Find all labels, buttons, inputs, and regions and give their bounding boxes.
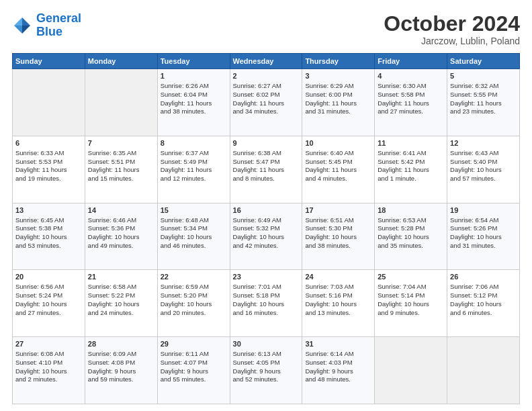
day-info: Sunrise: 6:46 AM <box>88 216 154 225</box>
day-info: Sunrise: 6:14 AM <box>305 350 371 359</box>
day-info: and 16 minutes. <box>233 309 300 318</box>
day-info: and 15 minutes. <box>88 175 154 183</box>
day-info: Sunset: 5:18 PM <box>233 291 300 300</box>
cell-week1-day2: 1Sunrise: 6:26 AMSunset: 6:04 PMDaylight… <box>157 69 230 136</box>
col-header-tuesday: Tuesday <box>157 54 230 69</box>
day-info: Sunset: 5:47 PM <box>233 158 300 167</box>
day-info: Sunrise: 6:32 AM <box>450 82 517 91</box>
day-info: and 20 minutes. <box>161 309 227 318</box>
day-number: 16 <box>233 205 300 216</box>
day-info: Sunset: 6:02 PM <box>233 91 300 99</box>
day-info: and 48 minutes. <box>305 375 371 384</box>
day-info: Sunset: 5:16 PM <box>305 291 371 300</box>
day-info: and 59 minutes. <box>88 375 154 384</box>
day-info: and 49 minutes. <box>88 242 154 250</box>
day-info: Sunrise: 6:53 AM <box>378 216 444 225</box>
day-info: Sunrise: 6:08 AM <box>15 350 82 359</box>
day-number: 12 <box>450 138 517 148</box>
logo-text: General Blue <box>36 12 81 39</box>
day-info: Sunrise: 6:43 AM <box>450 149 517 158</box>
day-info: Sunrise: 7:03 AM <box>305 283 371 291</box>
day-info: Daylight: 11 hours <box>305 99 371 108</box>
day-info: Daylight: 9 hours <box>233 367 300 376</box>
day-info: and 55 minutes. <box>161 375 227 384</box>
day-info: and 35 minutes. <box>378 242 444 250</box>
day-info: Sunset: 5:58 PM <box>378 91 444 99</box>
day-number: 30 <box>233 339 300 349</box>
day-info: Daylight: 9 hours <box>88 367 154 376</box>
day-info: Sunset: 5:24 PM <box>15 291 82 300</box>
cell-week2-day4: 10Sunrise: 6:40 AMSunset: 5:45 PMDayligh… <box>302 136 375 203</box>
day-info: and 38 minutes. <box>305 242 371 250</box>
day-number: 18 <box>378 205 444 216</box>
logo: General Blue <box>12 12 81 39</box>
day-info: Daylight: 10 hours <box>15 300 82 309</box>
subtitle: Jarczow, Lublin, Poland <box>384 36 520 46</box>
day-info: Sunset: 5:12 PM <box>450 291 517 300</box>
main-title: October 2024 <box>384 12 520 36</box>
page: General Blue October 2024 Jarczow, Lubli… <box>0 0 532 411</box>
day-number: 19 <box>450 205 517 216</box>
week-row-5: 27Sunrise: 6:08 AMSunset: 4:10 PMDayligh… <box>13 337 520 404</box>
cell-week2-day1: 7Sunrise: 6:35 AMSunset: 5:51 PMDaylight… <box>85 136 157 203</box>
day-info: Daylight: 10 hours <box>450 166 517 175</box>
col-header-saturday: Saturday <box>447 54 520 69</box>
day-info: Sunset: 5:28 PM <box>378 224 444 233</box>
day-info: Sunset: 5:26 PM <box>450 224 517 233</box>
day-info: Daylight: 10 hours <box>88 300 154 309</box>
day-info: Sunrise: 6:49 AM <box>233 216 300 225</box>
cell-week4-day6: 26Sunrise: 7:06 AMSunset: 5:12 PMDayligh… <box>447 270 520 337</box>
day-info: Daylight: 10 hours <box>15 367 82 376</box>
day-info: Daylight: 10 hours <box>161 300 227 309</box>
day-info: Sunrise: 6:11 AM <box>161 350 227 359</box>
day-number: 4 <box>378 71 444 81</box>
day-info: and 34 minutes. <box>233 107 300 116</box>
day-info: and 13 minutes. <box>305 309 371 318</box>
cell-week4-day5: 25Sunrise: 7:04 AMSunset: 5:14 PMDayligh… <box>375 270 447 337</box>
cell-week5-day5 <box>375 337 447 404</box>
day-number: 7 <box>88 138 154 148</box>
cell-week3-day2: 15Sunrise: 6:48 AMSunset: 5:34 PMDayligh… <box>157 203 230 270</box>
day-info: Sunrise: 6:27 AM <box>233 82 300 91</box>
week-row-1: 1Sunrise: 6:26 AMSunset: 6:04 PMDaylight… <box>13 69 520 136</box>
day-info: Sunrise: 6:29 AM <box>305 82 371 91</box>
day-number: 2 <box>233 71 300 81</box>
cell-week1-day4: 3Sunrise: 6:29 AMSunset: 6:00 PMDaylight… <box>302 69 375 136</box>
day-info: Sunrise: 7:04 AM <box>378 283 444 291</box>
day-number: 29 <box>161 339 227 349</box>
col-header-sunday: Sunday <box>13 54 85 69</box>
day-info: Sunrise: 6:58 AM <box>88 283 154 291</box>
cell-week5-day0: 27Sunrise: 6:08 AMSunset: 4:10 PMDayligh… <box>13 337 85 404</box>
day-info: Sunset: 5:22 PM <box>88 291 154 300</box>
day-info: Daylight: 11 hours <box>378 99 444 108</box>
day-number: 26 <box>450 272 517 282</box>
col-header-wednesday: Wednesday <box>230 54 302 69</box>
svg-marker-0 <box>22 17 30 26</box>
header: General Blue October 2024 Jarczow, Lubli… <box>12 12 520 46</box>
svg-marker-2 <box>14 17 22 26</box>
day-info: Daylight: 10 hours <box>378 300 444 309</box>
day-info: Daylight: 10 hours <box>233 300 300 309</box>
day-info: Sunrise: 6:48 AM <box>161 216 227 225</box>
day-info: Daylight: 11 hours <box>378 166 444 175</box>
cell-week1-day1 <box>85 69 157 136</box>
svg-marker-3 <box>14 26 22 34</box>
cell-week4-day1: 21Sunrise: 6:58 AMSunset: 5:22 PMDayligh… <box>85 270 157 337</box>
cell-week2-day3: 9Sunrise: 6:38 AMSunset: 5:47 PMDaylight… <box>230 136 302 203</box>
calendar-table: SundayMondayTuesdayWednesdayThursdayFrid… <box>12 53 520 404</box>
day-number: 25 <box>378 272 444 282</box>
day-info: Daylight: 11 hours <box>161 166 227 175</box>
day-info: Sunset: 5:30 PM <box>305 224 371 233</box>
day-info: and 1 minute. <box>378 175 444 183</box>
day-info: Daylight: 9 hours <box>161 367 227 376</box>
cell-week4-day2: 22Sunrise: 6:59 AMSunset: 5:20 PMDayligh… <box>157 270 230 337</box>
day-info: Sunset: 5:38 PM <box>15 224 82 233</box>
day-info: and 31 minutes. <box>305 107 371 116</box>
day-info: and 27 minutes. <box>378 107 444 116</box>
day-number: 1 <box>161 71 227 81</box>
day-info: Sunrise: 6:38 AM <box>233 149 300 158</box>
day-info: Sunset: 5:14 PM <box>378 291 444 300</box>
day-info: and 19 minutes. <box>15 175 82 183</box>
cell-week5-day2: 29Sunrise: 6:11 AMSunset: 4:07 PMDayligh… <box>157 337 230 404</box>
day-info: Sunset: 6:00 PM <box>305 91 371 99</box>
